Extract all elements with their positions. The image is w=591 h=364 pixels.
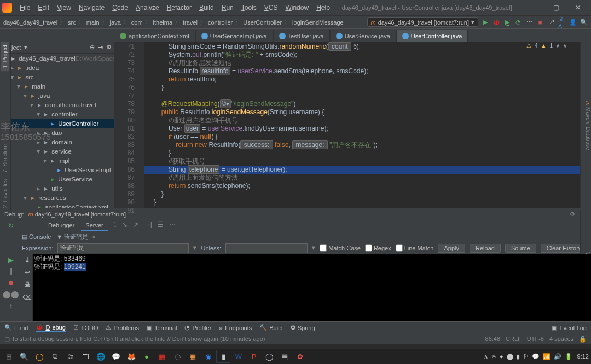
crumb-6[interactable]: travel (183, 19, 198, 26)
fold-gutter[interactable] (138, 42, 144, 208)
avatar-icon[interactable]: 👤 (569, 19, 577, 26)
editor-tab[interactable]: UserServiceImpl.java (195, 30, 273, 42)
status-cell[interactable]: 86:48 (485, 336, 501, 343)
favorites-stripe-tab[interactable]: 2: Favorites (1, 176, 9, 211)
step-out-icon[interactable]: ↗ (133, 221, 138, 231)
tool-debug[interactable]: 🐞 Debug (36, 324, 65, 332)
menu-edit[interactable]: Edit (34, 3, 53, 13)
tray-icon[interactable]: ● (500, 353, 503, 360)
run-icon[interactable]: ▶ (482, 19, 489, 26)
maven-stripe[interactable]: m (585, 101, 591, 105)
status-cell[interactable]: 🔒 (579, 336, 587, 343)
tree-node[interactable]: ▸▸ domain (0, 137, 123, 146)
chrome-icon[interactable]: 🌐 (94, 350, 107, 362)
step-over-icon[interactable]: ⤵ (113, 221, 117, 231)
app-icon-5[interactable]: ◉ (201, 350, 215, 362)
code-line[interactable]: } (144, 198, 580, 207)
close-button[interactable]: ✕ (567, 0, 589, 15)
line-match-check[interactable]: Line Match (396, 243, 434, 253)
clock[interactable]: 9:12 (577, 353, 589, 360)
softwrap-icon[interactable]: ↩ (25, 268, 30, 277)
tool-problems[interactable]: ⚠ Problems (106, 324, 138, 331)
structure-stripe-tab[interactable]: 7: Structure (1, 141, 9, 176)
status-cell[interactable]: 4 spaces (549, 336, 573, 343)
tray-icon[interactable]: 📶 (543, 353, 551, 360)
run-to-cursor-icon[interactable]: →| (144, 221, 152, 231)
source-button[interactable]: Source (505, 244, 536, 253)
code-line[interactable] (144, 92, 580, 100)
print-icon[interactable]: 🖶 (24, 281, 31, 289)
tree-node[interactable]: ▸▸ dao (0, 128, 123, 137)
code-line[interactable]: } (144, 190, 580, 198)
event-log-button[interactable]: Event Log (559, 325, 587, 331)
code-area[interactable]: String smsCode = RandomStringUtils.rando… (144, 42, 580, 208)
tree-node[interactable]: ▾▸ java (0, 91, 123, 100)
coverage-icon[interactable]: ▶̲ (503, 19, 511, 26)
search-taskbar-icon[interactable]: 🔍 (18, 350, 31, 362)
tree-node[interactable]: ▾▸ main (0, 81, 123, 91)
menu-file[interactable]: File (16, 3, 33, 13)
code-line[interactable]: String telephone = user.getTelephone(); (144, 166, 580, 174)
tree-node[interactable]: ▾▸ controller (0, 109, 123, 119)
tray-icon[interactable]: ⬤ (507, 353, 513, 360)
crumb-9[interactable]: loginSendMessage (292, 19, 344, 26)
intellij-taskbar-icon[interactable]: ▮ (217, 350, 230, 362)
app-icon-4[interactable]: ▦ (186, 350, 199, 362)
crumb-3[interactable]: java (110, 19, 121, 26)
target-icon[interactable]: ⊕ (90, 44, 95, 51)
run-config-selector[interactable]: m day46_day49_travel [tomcat7:run] ▾ (367, 17, 479, 27)
menu-build[interactable]: Build (196, 3, 217, 13)
app-icon-1[interactable]: ● (140, 350, 153, 362)
inspection-badge[interactable]: ⚠4 ▲1 ∧ ∨ (526, 42, 567, 50)
menu-analyze[interactable]: Analyze (132, 3, 163, 13)
match-case-check[interactable]: Match Case (320, 243, 361, 253)
code-line[interactable]: public ResultInfo loginSendMessage(Strin… (144, 108, 580, 116)
stop-icon[interactable]: ■ (536, 19, 544, 26)
tray-icon[interactable]: 🔊 (554, 353, 561, 360)
project-tree[interactable]: ▾▸ day46_day49_travel D:\WorkSpace\...▸▸… (0, 54, 123, 208)
console-output[interactable]: ▶ ‖ ■ ⬤⬤ ↕ ⤓ ↩ 🖶 ⌫ 验证码是: 533469验证码是: 199… (0, 254, 591, 321)
task-view-icon[interactable]: ⧉ (48, 350, 61, 362)
tree-node[interactable]: ▸ UserServiceImpl (0, 165, 123, 174)
tree-node[interactable]: ▾▸ src (0, 72, 123, 81)
view-breakpoints-icon[interactable]: ⬤⬤ (3, 290, 19, 298)
code-line[interactable]: } (144, 149, 580, 157)
dropdown-icon[interactable]: ▾ (193, 244, 196, 251)
editor-tab[interactable]: TestUser.java (273, 30, 330, 42)
app-icon-6[interactable]: ◯ (263, 350, 276, 362)
attach-icon[interactable]: ⋯ (525, 19, 533, 26)
tool-terminal[interactable]: ▣ Terminal (147, 324, 177, 331)
search-icon[interactable]: 🔍 (580, 19, 588, 26)
edge-icon[interactable]: 🗔 (79, 350, 92, 362)
crumb-2[interactable]: main (86, 19, 100, 26)
code-line[interactable]: return new ResultInfo( success: false, m… (144, 141, 580, 149)
debug-config[interactable]: m day46_day49_travel [tomcat7:run] (28, 211, 126, 218)
status-cell[interactable]: CRLF (506, 336, 522, 343)
server-tab[interactable]: Server (81, 221, 107, 231)
code-line[interactable]: } (144, 84, 580, 92)
close-filter-icon[interactable]: × (92, 233, 95, 240)
tool-find[interactable]: 🔍 Find (4, 324, 28, 331)
resume-icon[interactable]: ▶ (8, 256, 14, 264)
code-line[interactable]: @RequestMapping(©▾"/loginSendMessage") (144, 100, 580, 108)
profile-icon[interactable]: ◔ (514, 19, 522, 26)
more-step-icon[interactable]: ⋯ (169, 221, 176, 231)
project-stripe-tab[interactable]: 1: Project (1, 42, 9, 71)
menu-vcs[interactable]: VCS (261, 3, 281, 13)
tree-node[interactable]: ▸ UserController (0, 119, 123, 128)
menu-code[interactable]: Code (109, 3, 131, 13)
console-line[interactable]: 验证码是: 533469 (34, 255, 586, 263)
menu-view[interactable]: View (54, 3, 74, 13)
debug-run-icon[interactable]: 🐞 (493, 19, 500, 26)
tray-icon[interactable]: 🔋 (565, 353, 572, 360)
pause-icon[interactable]: ‖ (9, 267, 13, 275)
tool-spring[interactable]: ✿ Spring (291, 324, 315, 331)
code-line[interactable]: System.out.println("验证码是: " + smsCode); (144, 51, 580, 59)
tray-icon[interactable]: ∧ (484, 353, 488, 360)
nav-up-icon[interactable]: ∧ (556, 43, 560, 49)
regex-check[interactable]: Regex (365, 243, 391, 253)
debugger-tab[interactable]: Debugger (44, 221, 79, 231)
tool-endpoints[interactable]: ⎈ Endpoints (219, 325, 252, 331)
firefox-icon[interactable]: 🦊 (125, 350, 138, 362)
console-line[interactable]: 验证码是: 199241 (34, 263, 586, 271)
